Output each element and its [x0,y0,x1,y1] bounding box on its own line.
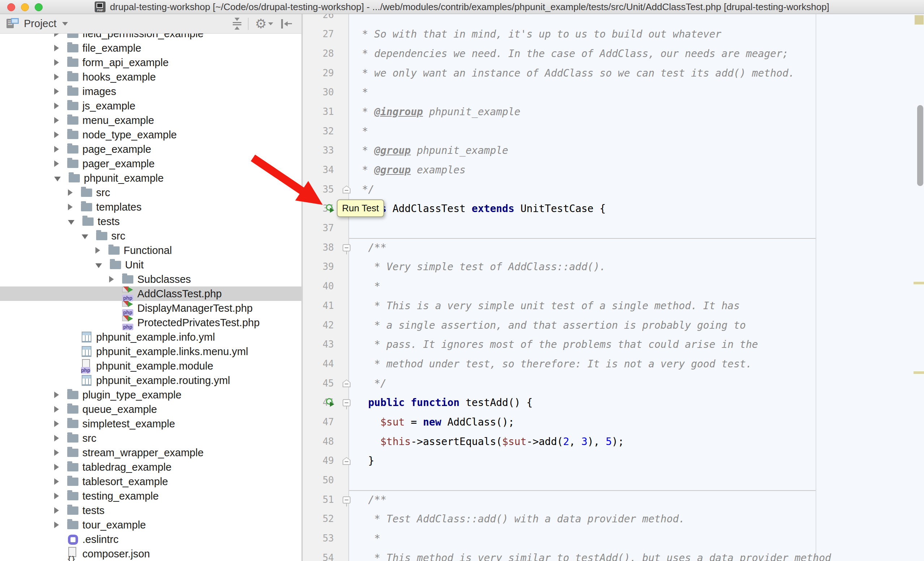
code-line-51[interactable]: 51 /** [303,490,924,510]
collapse-all-button[interactable] [231,16,243,31]
tree-item-hooks-example[interactable]: hooks_example [0,70,302,84]
chevron-collapsed-icon[interactable] [68,204,73,210]
tree-item-simpletest-example[interactable]: simpletest_example [0,416,302,431]
tree-item--eslintrc[interactable]: .eslintrc [0,532,302,546]
chevron-collapsed-icon[interactable] [54,45,59,51]
code-line-43[interactable]: 43 * pass. It ignores most of the proble… [303,335,924,355]
tree-item-protectedprivatestest-php[interactable]: phpProtectedPrivatesTest.php [0,316,302,330]
chevron-collapsed-icon[interactable] [54,478,59,485]
fold-marker-end[interactable] [343,379,351,387]
tree-item-tablesort-example[interactable]: tablesort_example [0,474,302,489]
chevron-collapsed-icon[interactable] [54,449,59,456]
warning-stripe-mark[interactable] [914,371,924,374]
code-line-28[interactable]: 28 * dependencies we need. In the case o… [303,44,924,64]
fold-marker-end[interactable] [343,457,351,465]
hide-panel-button[interactable] [274,18,293,30]
tree-item-js-example[interactable]: js_example [0,99,302,113]
tree-item-form-api-example[interactable]: form_api_example [0,55,302,70]
code-line-44[interactable]: 44 * method under test, so therefore: It… [303,355,924,374]
code-line-26[interactable]: 26 [303,14,924,25]
chevron-expanded-icon[interactable] [54,177,61,181]
chevron-expanded-icon[interactable] [82,235,88,239]
tree-item-queue-example[interactable]: queue_example [0,402,302,416]
chevron-collapsed-icon[interactable] [95,247,100,254]
code-line-50[interactable]: 50 [303,471,924,490]
warning-stripe-mark[interactable] [914,282,924,284]
fold-marker-end[interactable] [343,186,351,194]
chevron-collapsed-icon[interactable] [54,103,59,109]
chevron-collapsed-icon[interactable] [54,406,59,413]
tree-item-tests[interactable]: tests [0,214,302,229]
code-line-52[interactable]: 52 * Test AddClass::add() with a data pr… [303,509,924,529]
close-window-button[interactable] [7,3,15,11]
tree-item-subclasses[interactable]: Subclasses [0,272,302,286]
code-line-38[interactable]: 38 /** [303,238,924,257]
chevron-collapsed-icon[interactable] [54,117,59,124]
code-line-48[interactable]: 48 $this->assertEquals($sut->add(2, 3), … [303,432,924,452]
tree-item-testing-example[interactable]: testing_example [0,489,302,503]
tree-item-phpunit-example-module[interactable]: phpphpunit_example.module [0,359,302,373]
chevron-collapsed-icon[interactable] [109,276,114,283]
code-line-30[interactable]: 30 * [303,83,924,102]
tree-item-functional[interactable]: Functional [0,243,302,257]
code-line-41[interactable]: 41 * This is a very simple unit test of … [303,296,924,316]
tree-item-field-permission-example[interactable]: field_permission_example [0,34,302,41]
chevron-expanded-icon[interactable] [68,220,75,225]
code-line-33[interactable]: 33 * @group phpunit_example [303,141,924,160]
chevron-collapsed-icon[interactable] [54,146,59,153]
chevron-collapsed-icon[interactable] [54,522,59,528]
code-line-47[interactable]: 47 $sut = new AddClass(); [303,413,924,432]
fold-marker-start[interactable] [343,244,351,251]
chevron-collapsed-icon[interactable] [54,160,59,167]
chevron-collapsed-icon[interactable] [54,435,59,441]
code-line-34[interactable]: 34 * @group examples [303,160,924,180]
tree-item-stream-wrapper-example[interactable]: stream_wrapper_example [0,446,302,460]
inspection-status-indicator[interactable] [915,15,924,25]
code-editor[interactable]: 2627 * So with that in mind, it's up to … [303,14,924,561]
code-line-39[interactable]: 39 * Very simple test of AddClass::add()… [303,257,924,277]
fold-marker-start[interactable] [343,496,351,504]
tree-item-pager-example[interactable]: pager_example [0,156,302,171]
tree-item-images[interactable]: images [0,84,302,99]
code-line-45[interactable]: 45 */ [303,374,924,393]
settings-button[interactable]: ⚙ [254,16,274,31]
tree-item-displaymanagertest-php[interactable]: phpDisplayManagerTest.php [0,301,302,316]
code-line-53[interactable]: 53 * [303,529,924,548]
run-test-gutter-icon[interactable] [326,204,335,214]
tree-item-phpunit-example-routing-yml[interactable]: phpunit_example.routing.yml [0,373,302,387]
code-line-40[interactable]: 40 * [303,277,924,296]
chevron-collapsed-icon[interactable] [54,493,59,499]
chevron-collapsed-icon[interactable] [68,189,73,196]
tree-item-phpunit-example[interactable]: phpunit_example [0,171,302,186]
chevron-collapsed-icon[interactable] [54,392,59,398]
code-line-27[interactable]: 27 * So with that in mind, it's up to us… [303,25,924,44]
chevron-collapsed-icon[interactable] [54,34,59,37]
tree-item-tour-example[interactable]: tour_example [0,518,302,532]
code-line-32[interactable]: 32 * [303,122,924,141]
tree-item-file-example[interactable]: file_example [0,41,302,55]
tree-item-phpunit-example-info-yml[interactable]: phpunit_example.info.yml [0,330,302,344]
code-line-49[interactable]: 49 } [303,451,924,471]
code-line-46[interactable]: 46 public function testAdd() { [303,393,924,413]
chevron-expanded-icon[interactable] [95,263,102,268]
chevron-collapsed-icon[interactable] [54,59,59,66]
code-line-36[interactable]: 36class AddClassTest extends UnitTestCas… [303,199,924,218]
chevron-collapsed-icon[interactable] [54,420,59,427]
tree-item-src[interactable]: src [0,186,302,200]
code-line-31[interactable]: 31 * @ingroup phpunit_example [303,102,924,122]
code-line-35[interactable]: 35 */ [303,180,924,199]
chevron-collapsed-icon[interactable] [54,132,59,138]
tree-item-addclasstest-php[interactable]: phpAddClassTest.php [0,286,302,301]
code-line-29[interactable]: 29 * we only want an instance of AddClas… [303,64,924,83]
tree-item-tabledrag-example[interactable]: tabledrag_example [0,460,302,474]
tree-item-page-example[interactable]: page_example [0,142,302,156]
zoom-window-button[interactable] [35,3,43,11]
tree-item-menu-example[interactable]: menu_example [0,113,302,127]
tree-item-node-type-example[interactable]: node_type_example [0,127,302,142]
code-line-37[interactable]: 37 [303,218,924,238]
tree-item-src[interactable]: src [0,431,302,446]
chevron-collapsed-icon[interactable] [54,464,59,470]
code-line-42[interactable]: 42 * a single assertion, and that assert… [303,316,924,335]
tree-item-plugin-type-example[interactable]: plugin_type_example [0,387,302,402]
run-test-gutter-icon[interactable] [326,398,335,407]
